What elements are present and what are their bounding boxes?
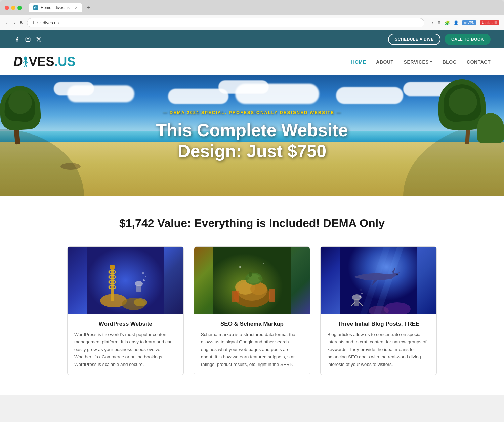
svg-line-6 (26, 64, 27, 67)
svg-point-23 (142, 272, 144, 274)
feature-card-blog: Three Initial Blog Posts, FREE Blog arti… (320, 246, 437, 375)
svg-point-1 (27, 38, 29, 40)
tab-title: Home | dives.us (41, 5, 70, 10)
hero-text: — DEMA 2024 SPECIAL: PROFESSIONALLY DESI… (151, 110, 353, 162)
nav-home[interactable]: HOME (351, 59, 366, 65)
underwater-scene-3 (340, 247, 417, 314)
website-content: SCHEDULE A DIVE CALL TO BOOK D (0, 30, 504, 395)
svg-point-21 (143, 279, 145, 281)
logo[interactable]: D VES . US (13, 54, 76, 69)
logo-d: D (13, 54, 23, 69)
chevron-down-icon: ▾ (430, 60, 432, 64)
logo-dot: . (54, 54, 58, 69)
url-bar[interactable]: ⬆ 🛡 dives.us (27, 18, 424, 27)
svg-rect-35 (269, 289, 275, 302)
traffic-lights (5, 6, 22, 10)
url-text: dives.us (43, 20, 59, 25)
facebook-icon[interactable] (13, 36, 21, 43)
feature-image-wordpress (68, 247, 183, 314)
svg-line-7 (23, 62, 25, 63)
tab-favicon: 🌊 (33, 5, 38, 10)
update-badge[interactable]: Update ☰ (480, 20, 499, 25)
feature-body-blog: Three Initial Blog Posts, FREE Blog arti… (321, 314, 436, 375)
svg-point-37 (263, 263, 264, 264)
new-tab-button[interactable]: + (87, 4, 91, 11)
browser-toolbar-icons: ♪ 🖥 🧩 👤 ⊕ VPN Update ☰ (431, 20, 499, 25)
features-grid: WordPress Website WordPress is the world… (67, 246, 437, 375)
logo-us: US (58, 54, 76, 69)
feature-desc-blog: Blog articles allow us to concentrate on… (327, 331, 430, 368)
fullscreen-button[interactable] (17, 6, 22, 10)
vpn-badge: ⊕ VPN (462, 20, 476, 25)
instagram-icon[interactable] (24, 36, 32, 43)
minimize-button[interactable] (11, 6, 15, 10)
features-title: $1,742 Value: Everything is Included! DE… (13, 217, 491, 230)
schedule-dive-button[interactable]: SCHEDULE A DIVE (388, 34, 440, 45)
svg-rect-12 (110, 265, 115, 269)
top-bar: SCHEDULE A DIVE CALL TO BOOK (0, 30, 504, 48)
logo-ives: VES (29, 54, 54, 69)
svg-point-48 (360, 289, 362, 291)
browser-titlebar: 🌊 Home | dives.us ✕ + (0, 0, 504, 15)
feature-title-wordpress: WordPress Website (74, 321, 177, 328)
svg-point-46 (359, 296, 361, 298)
nav-about[interactable]: ABOUT (376, 59, 393, 65)
feature-body-seo: SEO & Schema Markup Schema markup is a s… (194, 314, 310, 375)
nav-services[interactable]: SERVICES ▾ (404, 59, 432, 65)
feature-desc-seo: Schema markup is a structured data forma… (201, 331, 303, 368)
feature-desc-wordpress: WordPress is the world's most popular co… (74, 331, 177, 368)
svg-point-33 (249, 272, 252, 277)
feature-image-seo (194, 247, 310, 314)
underwater-scene-2 (213, 247, 291, 314)
browser-window: 🌊 Home | dives.us ✕ + ‹ › ↻ ⬆ 🛡 dives.us… (0, 0, 504, 395)
feature-title-seo: SEO & Schema Markup (201, 321, 303, 328)
hero-section: — DEMA 2024 SPECIAL: PROFESSIONALLY DESI… (0, 75, 504, 196)
nav-contact[interactable]: CONTACT (467, 59, 491, 65)
feature-body-wordpress: WordPress Website WordPress is the world… (68, 314, 183, 375)
nav-blog[interactable]: BLOG (443, 59, 457, 65)
forward-button[interactable]: › (12, 20, 17, 26)
svg-rect-20 (136, 285, 141, 292)
hero-subtitle: — DEMA 2024 SPECIAL: PROFESSIONALLY DESI… (151, 110, 353, 115)
social-icons (13, 36, 42, 43)
address-bar: ‹ › ↻ ⬆ 🛡 dives.us ♪ 🖥 🧩 👤 ⊕ VPN Update … (0, 15, 504, 30)
hero-title: This Complete Website Design: Just $750 (151, 120, 353, 162)
reload-button[interactable]: ↻ (20, 20, 24, 25)
share-icon: ⬆ (32, 21, 35, 25)
feature-card-wordpress: WordPress Website WordPress is the world… (67, 246, 184, 375)
svg-point-2 (29, 38, 29, 38)
top-buttons: SCHEDULE A DIVE CALL TO BOOK (388, 34, 491, 45)
feature-card-seo: SEO & Schema Markup Schema markup is a s… (194, 246, 310, 375)
feature-title-blog: Three Initial Blog Posts, FREE (327, 321, 430, 328)
back-button[interactable]: ‹ (5, 20, 9, 26)
features-section: $1,742 Value: Everything is Included! DE… (0, 196, 504, 395)
svg-point-3 (24, 56, 27, 60)
screen-icon: 🖥 (437, 20, 441, 25)
extensions-icon: 🧩 (445, 20, 450, 25)
logo-diver-icon (23, 55, 29, 68)
shield-icon: 🛡 (37, 21, 41, 25)
profile-icon: 👤 (453, 20, 459, 25)
hero-image: — DEMA 2024 SPECIAL: PROFESSIONALLY DESI… (0, 75, 504, 196)
site-header: D VES . US HOME ABOUT (0, 48, 504, 75)
tab-close-icon[interactable]: ✕ (75, 6, 78, 10)
svg-line-8 (27, 62, 28, 63)
close-button[interactable] (5, 6, 9, 10)
x-twitter-icon[interactable] (35, 36, 42, 43)
nav-services-label: SERVICES (404, 59, 429, 65)
main-nav: HOME ABOUT SERVICES ▾ BLOG CONTACT (351, 59, 491, 65)
svg-point-18 (134, 298, 147, 306)
svg-rect-0 (26, 37, 30, 41)
svg-point-36 (239, 266, 241, 268)
svg-point-47 (361, 293, 363, 294)
music-icon: ♪ (431, 20, 433, 25)
call-to-book-button[interactable]: CALL TO BOOK (445, 34, 491, 45)
underwater-scene-1 (87, 247, 164, 314)
svg-rect-4 (25, 60, 27, 64)
feature-image-blog (321, 247, 436, 314)
svg-point-41 (396, 274, 398, 276)
svg-rect-34 (232, 291, 239, 302)
svg-point-22 (145, 276, 146, 277)
browser-tab[interactable]: 🌊 Home | dives.us ✕ (29, 3, 82, 12)
